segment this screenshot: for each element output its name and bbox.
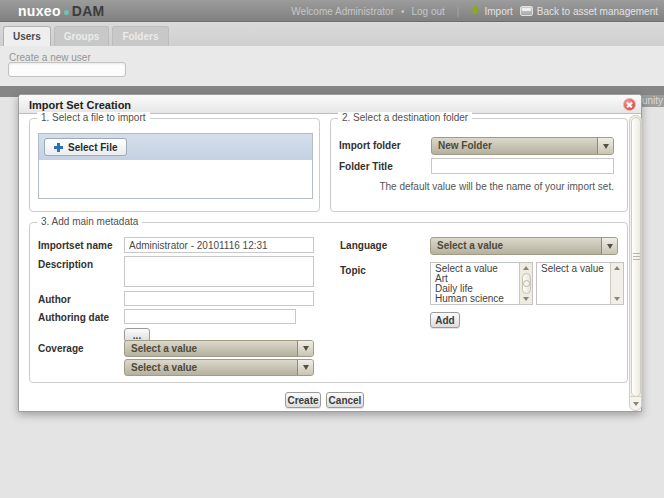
list-scrollbar[interactable] xyxy=(519,263,532,304)
app-screen: nuxeo DAM Welcome Administrator • Log ou… xyxy=(0,0,664,498)
import-set-creation-dialog: Import Set Creation 1. Select a file to … xyxy=(18,94,642,412)
coverage-primary-value: Select a value xyxy=(125,341,297,356)
asset-management-icon xyxy=(520,6,533,16)
scroll-grip-icon xyxy=(633,256,640,257)
chevron-down-icon xyxy=(597,138,613,154)
import-folder-value: New Folder xyxy=(432,138,597,154)
coverage-label: Coverage xyxy=(38,343,84,354)
header-actions: Welcome Administrator • Log out | Import… xyxy=(291,0,658,22)
plus-icon xyxy=(54,143,63,152)
users-page: Create a new user xyxy=(0,46,664,86)
tab-folders[interactable]: Folders xyxy=(112,26,168,46)
new-user-input[interactable] xyxy=(8,62,126,77)
import-arrow-icon xyxy=(471,6,480,16)
scroll-down-button[interactable] xyxy=(611,294,623,304)
add-button[interactable]: Add xyxy=(430,312,460,328)
tab-groups[interactable]: Groups xyxy=(54,26,110,46)
language-label: Language xyxy=(340,240,387,251)
coverage-secondary-value: Select a value xyxy=(125,360,297,375)
close-button[interactable] xyxy=(623,98,636,111)
folder-title-label: Folder Title xyxy=(339,161,393,172)
logo-product: DAM xyxy=(72,3,105,19)
dialog-scrollbar[interactable] xyxy=(629,115,642,411)
chevron-down-icon xyxy=(297,360,313,375)
import-link-label: Import xyxy=(484,6,512,17)
create-button[interactable]: Create xyxy=(285,392,321,408)
list-item[interactable]: Human science xyxy=(431,294,519,304)
author-input[interactable] xyxy=(124,291,314,306)
nuxeo-dam-logo: nuxeo DAM xyxy=(18,3,105,19)
chevron-down-icon xyxy=(601,238,617,254)
topic-selected-list[interactable]: Select a value xyxy=(536,262,624,305)
scroll-down-button[interactable] xyxy=(520,294,532,304)
folder-title-input[interactable] xyxy=(431,158,614,174)
metadata-section-legend: 3. Add main metadata xyxy=(37,216,142,227)
description-textarea[interactable] xyxy=(124,256,314,287)
scroll-up-button[interactable] xyxy=(611,263,623,273)
tab-users[interactable]: Users xyxy=(3,26,51,46)
metadata-section: 3. Add main metadata Importset name Desc… xyxy=(29,222,628,383)
select-file-label: Select File xyxy=(68,142,117,153)
language-value: Select a value xyxy=(431,238,601,254)
topic-label: Topic xyxy=(340,265,366,276)
import-folder-label: Import folder xyxy=(339,140,401,151)
dialog-title: Import Set Creation xyxy=(29,99,131,111)
list-scrollbar[interactable] xyxy=(610,263,623,304)
scroll-down-button[interactable] xyxy=(630,396,641,410)
topic-available-list[interactable]: Select a value Art Daily life Human scie… xyxy=(430,262,533,305)
author-label: Author xyxy=(38,294,71,305)
scroll-thumb[interactable] xyxy=(631,117,641,397)
scroll-grip-icon xyxy=(523,280,530,287)
topic-selected-items: Select a value xyxy=(537,263,610,304)
description-label: Description xyxy=(38,259,93,270)
language-select[interactable]: Select a value xyxy=(430,237,618,255)
file-upload-area: Select File xyxy=(38,133,313,199)
coverage-select-secondary[interactable]: Select a value xyxy=(124,359,314,376)
bullet-separator: • xyxy=(401,6,405,17)
tabs: Users Groups Folders xyxy=(3,26,169,46)
pipe-separator: | xyxy=(457,6,460,17)
back-link-label: Back to asset management xyxy=(537,6,658,17)
select-file-button[interactable]: Select File xyxy=(44,138,127,156)
topic-available-items: Select a value Art Daily life Human scie… xyxy=(431,263,519,304)
close-icon xyxy=(626,102,632,108)
importset-name-input[interactable] xyxy=(124,237,314,253)
logout-link[interactable]: Log out xyxy=(411,6,444,17)
logo-dot-icon xyxy=(64,10,69,15)
list-item[interactable]: Select a value xyxy=(537,264,610,274)
logo-brand: nuxeo xyxy=(18,3,61,19)
back-to-asset-management-link[interactable]: Back to asset management xyxy=(520,6,658,17)
obscured-background-text: unity xyxy=(642,95,664,107)
file-toolbar: Select File xyxy=(39,134,312,160)
chevron-down-icon xyxy=(297,341,313,356)
file-section-legend: 1. Select a file to import xyxy=(37,112,150,123)
top-header: nuxeo DAM Welcome Administrator • Log ou… xyxy=(0,0,664,22)
importset-name-label: Importset name xyxy=(38,240,112,251)
folder-help-text: The default value will be the name of yo… xyxy=(351,181,614,192)
file-section: 1. Select a file to import Select File xyxy=(29,118,320,212)
scroll-up-button[interactable] xyxy=(520,263,532,273)
authoring-date-input[interactable] xyxy=(124,309,296,324)
folder-section-legend: 2. Select a destination folder xyxy=(338,112,472,123)
scroll-thumb[interactable] xyxy=(522,273,531,294)
welcome-text: Welcome Administrator xyxy=(291,6,394,17)
coverage-select-primary[interactable]: Select a value xyxy=(124,340,314,357)
authoring-date-label: Authoring date xyxy=(38,312,109,323)
cancel-button[interactable]: Cancel xyxy=(326,392,364,408)
import-link[interactable]: Import xyxy=(471,6,512,17)
import-folder-select[interactable]: New Folder xyxy=(431,137,614,155)
tab-bar: Users Groups Folders xyxy=(0,22,664,46)
folder-section: 2. Select a destination folder Import fo… xyxy=(330,118,628,212)
